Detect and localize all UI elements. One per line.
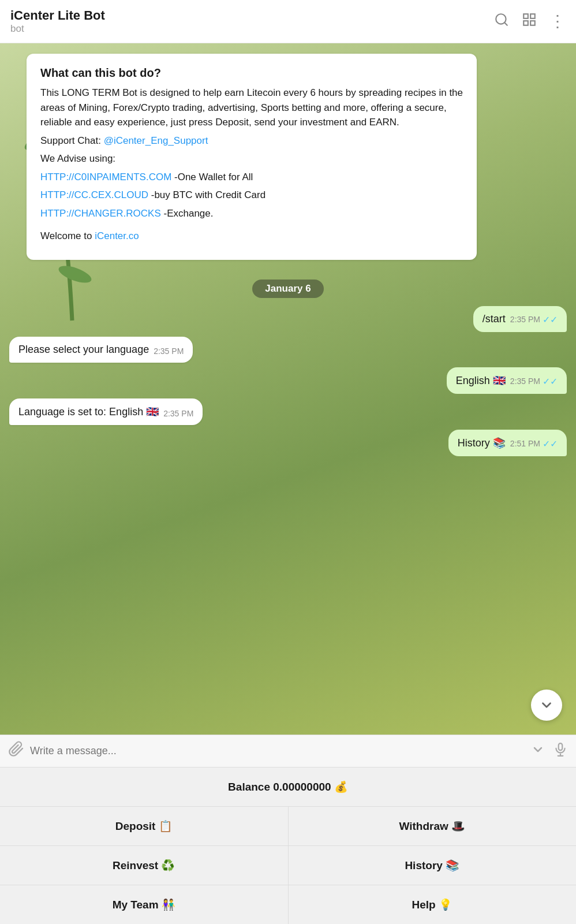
incoming-message-1: Please select your language 2:35 PM	[9, 337, 193, 363]
svg-rect-3	[530, 14, 535, 18]
balance-button[interactable]: Balance 0.00000000 💰	[0, 767, 576, 806]
header: iCenter Lite Bot bot ⋮	[0, 0, 576, 43]
keyboard-row-4: My Team 👫 Help 💡	[0, 885, 576, 924]
outgoing-message-3: History 📚 2:51 PM ✓✓	[448, 430, 567, 456]
keyboard: Balance 0.00000000 💰 Deposit 📋 Withdraw …	[0, 767, 576, 924]
link3[interactable]: HTTP://CHANGER.ROCKS	[40, 208, 161, 219]
header-title-block: iCenter Lite Bot bot	[10, 8, 494, 35]
svg-line-1	[504, 23, 507, 25]
input-right-icons	[531, 742, 568, 761]
bot-info-link3-row: HTTP://CHANGER.ROCKS -Exchange.	[40, 206, 463, 221]
date-divider: January 6	[9, 280, 567, 298]
my-team-button[interactable]: My Team 👫	[0, 885, 289, 924]
bot-info-link1-row: HTTP://C0INPAIMENTS.COM -One Wallet for …	[40, 170, 463, 185]
incoming-message-2: Language is set to: English 🇬🇧 2:35 PM	[9, 398, 203, 425]
chevron-down-icon[interactable]	[531, 743, 545, 760]
message-ticks: ✓✓	[543, 314, 558, 325]
message-text: Language is set to: English 🇬🇧	[18, 405, 159, 418]
help-button[interactable]: Help 💡	[289, 885, 577, 924]
link1[interactable]: HTTP://C0INPAIMENTS.COM	[40, 172, 171, 182]
message-row: History 📚 2:51 PM ✓✓	[9, 430, 567, 456]
message-row: Please select your language 2:35 PM	[9, 337, 567, 363]
message-row: /start 2:35 PM ✓✓	[9, 306, 567, 332]
svg-rect-5	[530, 21, 535, 25]
bot-info-title: What can this bot do?	[40, 66, 463, 80]
message-text: /start	[483, 313, 506, 325]
bot-info-advise: We Advise using:	[40, 151, 463, 166]
bot-info-link2-row: HTTP://CC.CEX.CLOUD -buy BTC with Credit…	[40, 188, 463, 203]
message-text: English 🇬🇧	[456, 374, 506, 387]
bot-name: iCenter Lite Bot	[10, 8, 494, 23]
deposit-button[interactable]: Deposit 📋	[0, 807, 289, 845]
header-icons: ⋮	[494, 12, 566, 31]
withdraw-button[interactable]: Withdraw 🎩	[289, 807, 577, 845]
message-time: 2:51 PM	[510, 439, 540, 448]
link2[interactable]: HTTP://CC.CEX.CLOUD	[40, 189, 148, 200]
attach-icon[interactable]	[8, 741, 24, 761]
message-ticks: ✓✓	[543, 438, 558, 449]
input-area	[0, 735, 576, 767]
history-button[interactable]: History 📚	[289, 846, 577, 885]
bot-info-support: Support Chat: @iCenter_Eng_Support	[40, 133, 463, 148]
welcome-link[interactable]: iCenter.co	[95, 230, 139, 241]
outgoing-message-2: English 🇬🇧 2:35 PM ✓✓	[447, 367, 567, 394]
more-options-icon[interactable]: ⋮	[549, 13, 566, 29]
message-time: 2:35 PM	[510, 315, 540, 324]
keyboard-row-2: Deposit 📋 Withdraw 🎩	[0, 807, 576, 846]
message-text: Please select your language	[18, 344, 149, 356]
svg-rect-2	[523, 14, 528, 18]
message-ticks: ✓✓	[543, 376, 558, 387]
date-label: January 6	[252, 280, 323, 298]
support-link[interactable]: @iCenter_Eng_Support	[104, 135, 208, 146]
message-time: 2:35 PM	[154, 346, 184, 356]
chat-area: What can this bot do? This LONG TERM Bot…	[0, 43, 576, 735]
search-icon[interactable]	[494, 12, 509, 31]
reinvest-button[interactable]: Reinvest ♻️	[0, 846, 289, 885]
scroll-to-bottom-button[interactable]	[531, 690, 562, 721]
message-text: History 📚	[458, 437, 506, 449]
svg-rect-24	[559, 743, 563, 750]
layout-icon[interactable]	[522, 12, 537, 31]
message-input[interactable]	[30, 745, 525, 757]
bot-info-card: What can this bot do? This LONG TERM Bot…	[27, 54, 477, 260]
chat-content: What can this bot do? This LONG TERM Bot…	[0, 43, 576, 471]
bot-type: bot	[10, 23, 494, 35]
message-row: English 🇬🇧 2:35 PM ✓✓	[9, 367, 567, 394]
keyboard-row-1: Balance 0.00000000 💰	[0, 767, 576, 807]
outgoing-message-1: /start 2:35 PM ✓✓	[473, 306, 567, 332]
microphone-icon[interactable]	[553, 742, 568, 761]
bot-info-body: This LONG TERM Bot is designed to help e…	[40, 85, 463, 130]
bot-info-welcome: Welcome to iCenter.co	[40, 229, 463, 244]
message-time: 2:35 PM	[163, 409, 193, 418]
message-row: Language is set to: English 🇬🇧 2:35 PM	[9, 398, 567, 425]
message-time: 2:35 PM	[510, 377, 540, 386]
svg-rect-4	[523, 21, 528, 25]
keyboard-row-3: Reinvest ♻️ History 📚	[0, 846, 576, 885]
